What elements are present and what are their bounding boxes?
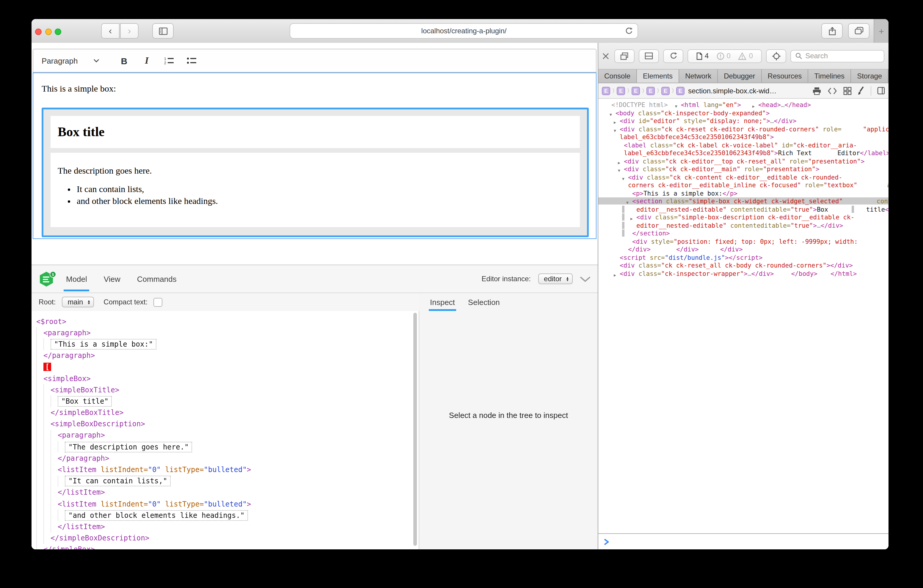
breadcrumb-element-badge[interactable]: E [617, 87, 625, 95]
devtools-tab-debugger[interactable]: Debugger [718, 69, 762, 83]
dom-tree-line[interactable]: Editor</label> [812, 149, 889, 156]
dom-tree-line[interactable]: label_e63cbbfece34c53ce23501062343f49b8"… [598, 133, 774, 140]
devtools-reload-button[interactable] [663, 49, 683, 63]
breadcrumb-element-badge[interactable]: E [602, 87, 610, 95]
heading-dropdown[interactable]: Paragraph [42, 56, 99, 65]
back-button[interactable]: ‹ [101, 23, 120, 39]
inspector-tab-view[interactable]: View [103, 274, 122, 283]
dom-tree-line[interactable]: </div> [650, 246, 699, 253]
dom-tree-line[interactable]: title</h1> [828, 205, 889, 213]
dom-tree-line[interactable]: ▶<div class="simple-box-description ck-e… [598, 214, 854, 220]
close-devtools-button[interactable] [603, 53, 609, 59]
model-tree-line[interactable]: "It can contain lists," [36, 475, 419, 487]
model-tree-line[interactable]: <simpleBoxDescription> [36, 418, 419, 430]
compact-text-checkbox[interactable] [153, 297, 163, 307]
dom-tree-line[interactable]: ▶<head>…</head> [741, 101, 811, 108]
dom-tree-line[interactable]: contenteditable="false"> = $0 [843, 197, 889, 205]
share-button[interactable] [821, 23, 843, 39]
forward-button[interactable]: › [120, 23, 139, 39]
source-code-icon[interactable] [827, 87, 838, 94]
dom-tree-line[interactable]: <div style="position: fixed; top: 0px; l… [598, 238, 858, 245]
inspector-tab-model[interactable]: Model [65, 274, 88, 283]
devtools-tab-storage[interactable]: Storage [851, 69, 889, 83]
model-tree-line[interactable]: <paragraph> [36, 430, 419, 441]
element-picker-button[interactable] [766, 49, 786, 63]
devtools-tab-elements[interactable]: Elements [637, 69, 679, 83]
model-tree-line[interactable]: "and other block elements like headings.… [36, 509, 419, 521]
resource-status-group[interactable]: 4 0 0 [688, 49, 762, 63]
close-window-button[interactable] [35, 28, 42, 35]
devtools-tab-network[interactable]: Network [679, 69, 718, 83]
dom-tree-line[interactable]: </html> [818, 269, 857, 277]
devtools-tab-timelines[interactable]: Timelines [808, 69, 851, 83]
model-tree-line[interactable]: <listItem listIndent="0" listType="bulle… [36, 464, 419, 475]
dom-tree-line[interactable]: ▼<div class="ck ck-reset ck-editor ck-ro… [598, 125, 841, 132]
print-icon[interactable] [812, 87, 821, 95]
devtools-tab-resources[interactable]: Resources [762, 69, 808, 83]
bold-button[interactable]: B [117, 54, 131, 68]
dom-tree-line[interactable]: ▼<div class="ck ck-editor__main" role="p… [598, 165, 820, 172]
dom-tree-line[interactable]: editor__nested-editable" contenteditable… [598, 222, 843, 228]
model-tree-line[interactable]: <listItem listIndent="0" listType="bulle… [36, 498, 419, 509]
dom-tree-line[interactable]: editor__nested-editable" contenteditable… [598, 205, 828, 213]
dom-tree-line[interactable]: ▶<div class="ck-inspector-wrapper">…</di… [598, 269, 774, 277]
breadcrumb-element-badge[interactable]: E [647, 87, 655, 95]
styles-brush-icon[interactable] [857, 86, 865, 95]
model-tree-line[interactable]: "This is a simple box:" [36, 338, 419, 350]
new-tab-button[interactable]: + [874, 19, 889, 43]
dom-tree-line[interactable]: …</div> [864, 157, 889, 164]
breadcrumb-element-badge[interactable]: E [632, 87, 640, 95]
dom-tree-line[interactable]: ▶<div class="ck ck-editor__top ck-reset_… [598, 157, 864, 164]
collapse-arrow-icon[interactable]: ▶ [614, 271, 616, 279]
collapse-inspector-button[interactable] [580, 276, 591, 281]
model-tree-line[interactable]: </simpleBox> [36, 544, 419, 550]
dom-tree-line[interactable]: ▼<body class="ck-inspector-body-expanded… [598, 109, 770, 116]
breadcrumb-element-badge[interactable]: E [676, 87, 685, 95]
side-tab-selection[interactable]: Selection [468, 297, 500, 307]
model-tree-line[interactable]: [ [36, 361, 419, 373]
simple-box-description[interactable]: The description goes here. It can contai… [51, 153, 580, 227]
dom-tree-line[interactable]: <label class="ck ck-label ck-voice-label… [598, 141, 857, 148]
model-tree-scrollbar[interactable] [413, 313, 417, 546]
address-bar[interactable]: localhost/creating-a-plugin/ [290, 23, 638, 39]
dom-tree-line[interactable]: </div> [699, 246, 743, 253]
dom-tree-line[interactable]: corners ck-editor__editable_inline ck-fo… [598, 181, 857, 189]
italic-button[interactable]: I [140, 54, 154, 68]
dom-tree-line[interactable]: <!DOCTYPE html> [598, 101, 668, 108]
model-tree-line[interactable]: </paragraph> [36, 350, 419, 361]
model-tree-line[interactable]: <$root> [36, 316, 419, 327]
console-prompt[interactable] [598, 533, 889, 549]
dock-bottom-button[interactable] [639, 49, 659, 63]
dom-tree-line[interactable]: 42px;">simple box widget</div> [858, 238, 889, 245]
dom-tree-line[interactable]: </section> [598, 230, 670, 237]
dom-tree-line[interactable]: "application" dir="ltr" lang="en" aria-l… [841, 125, 889, 132]
dom-tree-line[interactable]: </div> [598, 246, 650, 253]
dom-tree-line[interactable]: ▼<section class="simple-box ck-widget ck… [598, 197, 843, 205]
tab-overview-button[interactable] [848, 23, 869, 39]
numbered-list-button[interactable]: 12 [162, 54, 176, 68]
breadcrumb-current-node[interactable]: section.simple-box.ck-wid… [688, 87, 777, 95]
simple-box-title[interactable]: Box title [51, 116, 580, 148]
minimize-window-button[interactable] [45, 28, 51, 35]
dom-tree-line[interactable]: <script src="dist/bundle.js"></script> [598, 254, 763, 261]
model-tree-line[interactable]: </listItem> [36, 487, 419, 498]
dom-tree-line[interactable]: <p>This is a simple box:</p> [598, 189, 737, 197]
model-tree-line[interactable]: "The description goes here." [36, 441, 419, 452]
dom-tree-line[interactable]: </body> [774, 269, 818, 277]
bulleted-list-button[interactable] [185, 54, 199, 68]
detach-devtools-button[interactable] [614, 49, 635, 63]
model-tree-line[interactable]: <simpleBox> [36, 373, 419, 384]
model-tree-line[interactable]: <paragraph> [36, 327, 419, 338]
side-tab-inspect[interactable]: Inspect [430, 297, 455, 307]
dom-tree-line[interactable]: ▶<div id="editor" style="display: none;"… [598, 117, 797, 124]
details-sidebar-icon[interactable] [877, 87, 885, 95]
model-tree-line[interactable]: </simpleBoxTitle> [36, 407, 419, 418]
grid-overlay-icon[interactable] [843, 87, 852, 95]
model-tree-line[interactable]: </simpleBoxDescription> [36, 532, 419, 544]
editor-instance-select[interactable]: editor ▲▼ [538, 273, 573, 284]
root-select[interactable]: main ▲▼ [62, 297, 94, 307]
simple-box-widget[interactable]: Box title The description goes here. It … [42, 108, 589, 237]
dom-tree-line[interactable]: ▼<html lang="en"> [668, 101, 741, 108]
dom-tree-line[interactable]: aria-label="Rich Text Editor, main" cont… [857, 181, 889, 189]
zoom-window-button[interactable] [55, 28, 61, 35]
